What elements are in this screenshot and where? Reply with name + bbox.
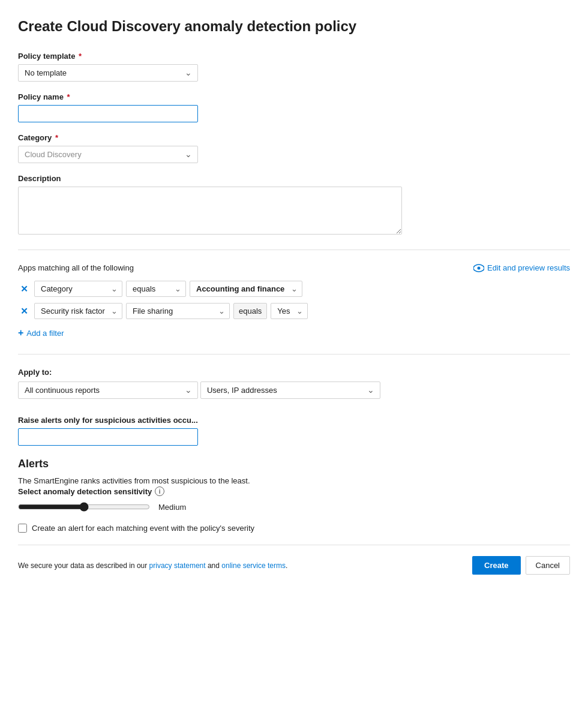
filter-2-remove-icon: ✕ — [20, 306, 28, 317]
filter-1-operator-wrapper: equals not equals — [126, 281, 186, 297]
alerts-title: Alerts — [18, 458, 570, 470]
apply-to-section: Apply to: All continuous reports Specifi… — [18, 368, 570, 405]
filter-row-1: ✕ Category App name Security risk factor… — [18, 281, 570, 297]
apply-to-select1[interactable]: All continuous reports Specific reports — [18, 381, 198, 399]
description-label: Description — [18, 174, 570, 183]
filter-1-remove-button[interactable]: ✕ — [18, 284, 31, 295]
filter-2-field-wrapper: Security risk factor Category — [34, 303, 122, 319]
slider-value-label: Medium — [158, 503, 186, 512]
filter-2-value-wrapper: Yes No — [271, 303, 308, 319]
footer-prefix: We secure your data as described in our — [18, 561, 149, 570]
sensitivity-slider[interactable] — [18, 502, 150, 512]
alert-checkbox[interactable] — [18, 524, 27, 533]
category-section: Category * Cloud Discovery Threat Detect… — [18, 133, 570, 163]
create-button[interactable]: Create — [472, 556, 520, 575]
filter-2-remove-button[interactable]: ✕ — [18, 306, 31, 317]
add-filter-button[interactable]: + Add a filter — [18, 325, 64, 341]
slider-row: Medium — [18, 502, 570, 512]
policy-name-section: Policy name * File sharing anomalies in … — [18, 92, 570, 122]
raise-alerts-label: Raise alerts only for suspicious activit… — [18, 416, 570, 425]
apply-to-select2[interactable]: Users, IP addresses Users only IP addres… — [200, 381, 380, 399]
category-select-wrapper: Cloud Discovery Threat Detection Complia… — [18, 146, 198, 163]
policy-template-label: Policy template * — [18, 52, 570, 61]
filter-2-subfield-wrapper: File sharing Data-at-rest encryption — [126, 303, 230, 319]
filter-2-subfield-select[interactable]: File sharing Data-at-rest encryption — [126, 303, 230, 319]
policy-name-label: Policy name * — [18, 92, 570, 101]
alerts-section: Alerts The SmartEngine ranks activities … — [18, 458, 570, 533]
filter-1-value-select[interactable]: Accounting and finance Business intellig… — [190, 281, 302, 297]
privacy-link[interactable]: privacy statement — [149, 561, 206, 570]
info-icon: i — [155, 486, 164, 496]
edit-preview-button[interactable]: Edit and preview results — [473, 263, 570, 272]
policy-template-section: Policy template * No template Cloud Disc… — [18, 52, 570, 82]
description-section: Description — [18, 174, 570, 236]
alerts-desc: The SmartEngine ranks activities from mo… — [18, 476, 570, 485]
apply-to-select1-wrapper: All continuous reports Specific reports — [18, 381, 198, 399]
filter-2-field-select[interactable]: Security risk factor Category — [34, 303, 122, 319]
policy-template-select[interactable]: No template Cloud Discovery anomaly dete… — [18, 64, 198, 82]
filters-label: Apps matching all of the following — [18, 263, 134, 272]
page-title: Create Cloud Discovery anomaly detection… — [18, 18, 570, 35]
filter-2-operator-label: equals — [233, 303, 267, 319]
category-select[interactable]: Cloud Discovery Threat Detection Complia… — [18, 146, 198, 163]
checkbox-row: Create an alert for each matching event … — [18, 524, 570, 533]
raise-alerts-section: Raise alerts only for suspicious activit… — [18, 416, 570, 446]
policy-template-select-wrapper: No template Cloud Discovery anomaly dete… — [18, 64, 198, 82]
divider-2 — [18, 354, 570, 354]
footer: We secure your data as described in our … — [18, 545, 570, 575]
eye-icon — [473, 264, 484, 272]
category-label: Category * — [18, 133, 570, 142]
policy-name-input[interactable]: File sharing anomalies in finance apps — [18, 105, 198, 122]
footer-buttons: Create Cancel — [472, 556, 570, 575]
apply-to-select2-wrapper: Users, IP addresses Users only IP addres… — [200, 381, 380, 399]
raise-alerts-date-input[interactable]: 01/01/2023 — [18, 428, 198, 446]
footer-suffix: . — [286, 561, 287, 570]
divider-1 — [18, 250, 570, 250]
filter-1-operator-select[interactable]: equals not equals — [126, 281, 186, 297]
add-filter-icon: + — [18, 328, 23, 338]
terms-link[interactable]: online service terms — [221, 561, 286, 570]
filter-row-2: ✕ Security risk factor Category File sha… — [18, 303, 570, 319]
filter-1-field-wrapper: Category App name Security risk factor — [34, 281, 122, 297]
svg-point-1 — [477, 266, 480, 269]
filter-1-remove-icon: ✕ — [20, 284, 28, 295]
cancel-button[interactable]: Cancel — [526, 556, 570, 575]
footer-mid: and — [206, 561, 222, 570]
filter-1-field-select[interactable]: Category App name Security risk factor — [34, 281, 122, 297]
sensitivity-label-row: Select anomaly detection sensitivity i — [18, 486, 570, 496]
sensitivity-label: Select anomaly detection sensitivity — [18, 487, 152, 496]
filter-1-value-wrapper: Accounting and finance Business intellig… — [190, 281, 302, 297]
filters-header: Apps matching all of the following Edit … — [18, 263, 570, 272]
description-textarea[interactable] — [18, 187, 402, 235]
footer-text: We secure your data as described in our … — [18, 561, 287, 570]
add-filter-label: Add a filter — [26, 329, 64, 338]
edit-preview-label: Edit and preview results — [487, 263, 570, 272]
filter-2-value-select[interactable]: Yes No — [271, 303, 308, 319]
alert-checkbox-label: Create an alert for each matching event … — [32, 524, 254, 533]
apply-to-label: Apply to: — [18, 368, 570, 377]
